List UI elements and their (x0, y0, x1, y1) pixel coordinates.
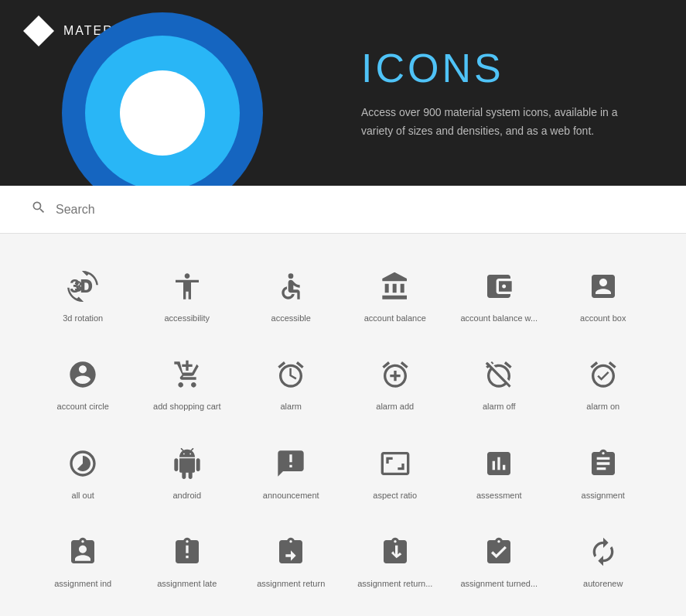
accessible-icon (272, 268, 309, 305)
all-out-icon (64, 445, 101, 482)
icon-label: all out (72, 490, 94, 501)
search-input[interactable] (56, 203, 288, 217)
account-circle-icon (64, 356, 101, 393)
icon-android[interactable]: android (135, 426, 240, 515)
icon-accessibility[interactable]: accessibility (135, 249, 240, 337)
icon-alarm-add[interactable]: alarm add (343, 337, 448, 426)
icon-alarm-on[interactable]: alarm on (551, 337, 656, 426)
icon-label: alarm (280, 401, 302, 412)
assignment-returned-icon (377, 533, 414, 570)
icon-label: assignment return... (357, 578, 432, 589)
assignment-icon (585, 445, 622, 482)
icon-label: assignment (582, 490, 625, 501)
icon-assignment-turned[interactable]: assignment turned... (447, 515, 551, 603)
account-box-icon (585, 268, 622, 305)
alarm-off-icon (480, 356, 517, 393)
3d-rotation-icon: 3D (64, 268, 101, 305)
announcement-icon (272, 445, 309, 482)
icon-label: 3d rotation (63, 313, 103, 323)
icon-account-circle[interactable]: account circle (31, 337, 135, 426)
icon-label: assignment late (157, 578, 217, 589)
alarm-icon (272, 356, 309, 393)
icon-label: account box (580, 313, 626, 323)
assessment-icon (480, 445, 517, 482)
alarm-add-icon (377, 356, 414, 393)
icon-label: assignment return (257, 578, 325, 589)
icon-assignment-ind[interactable]: assignment ind (31, 515, 135, 603)
icon-label: alarm on (586, 401, 619, 412)
icon-label: account balance w... (460, 313, 538, 323)
logo-diamond-icon (23, 15, 54, 46)
hero-title: ICONS (361, 45, 640, 91)
accessibility-icon (169, 268, 206, 305)
icon-label: assessment (476, 490, 522, 501)
icon-assignment-return-d[interactable]: assignment return... (343, 515, 448, 603)
icon-label: assignment turned... (460, 578, 538, 589)
icon-label: alarm add (376, 401, 414, 412)
search-icon (31, 200, 46, 219)
account-balance-icon (377, 268, 414, 305)
icons-grid: 3D 3d rotation accessibility accessible … (0, 234, 686, 616)
aspect-ratio-icon (377, 445, 414, 482)
icon-account-box[interactable]: account box (551, 249, 656, 337)
icon-all-out[interactable]: all out (31, 426, 135, 515)
icon-label: accessibility (164, 313, 210, 323)
icon-label: account circle (57, 401, 109, 412)
icon-label: announcement (263, 490, 319, 501)
search-bar (0, 186, 686, 234)
icon-alarm[interactable]: alarm (239, 337, 343, 426)
icon-label: aspect ratio (373, 490, 417, 501)
icon-account-balance[interactable]: account balance (343, 249, 448, 337)
svg-point-1 (288, 273, 294, 279)
hero-description: Access over 900 material system icons, a… (361, 104, 640, 141)
icon-assessment[interactable]: assessment (447, 426, 551, 515)
icon-label: alarm off (483, 401, 516, 412)
header: MATERIAL DESIGN ICONS Access over 900 ma… (0, 0, 686, 186)
icon-account-balance-wallet[interactable]: account balance w... (447, 249, 551, 337)
assignment-return-icon (272, 533, 309, 570)
assignment-ind-icon (64, 533, 101, 570)
icon-alarm-off[interactable]: alarm off (447, 337, 551, 426)
icon-announcement[interactable]: announcement (239, 426, 343, 515)
add-shopping-cart-icon (169, 356, 206, 393)
autorenew-icon (585, 533, 622, 570)
icon-add-shopping-cart[interactable]: add shopping cart (135, 337, 240, 426)
assignment-late-icon (169, 533, 206, 570)
icon-3d-rotation[interactable]: 3D 3d rotation (31, 249, 135, 337)
icon-autorenew[interactable]: autorenew (551, 515, 656, 603)
assignment-turned-icon (480, 533, 517, 570)
hero-text-block: ICONS Access over 900 material system ic… (361, 45, 640, 141)
icon-label: add shopping cart (153, 401, 220, 412)
icon-aspect-ratio[interactable]: aspect ratio (343, 426, 448, 515)
android-icon (169, 445, 206, 482)
icon-assignment-return[interactable]: assignment return (239, 515, 343, 603)
icon-label: autorenew (583, 578, 623, 589)
hero-illustration (62, 12, 263, 186)
icon-label: account balance (364, 313, 426, 323)
alarm-on-icon (585, 356, 622, 393)
icon-accessible[interactable]: accessible (239, 249, 343, 337)
icon-assignment[interactable]: assignment (551, 426, 656, 515)
icon-label: assignment ind (54, 578, 111, 589)
icon-label: android (172, 490, 201, 501)
icon-label: accessible (271, 313, 311, 323)
icon-assignment-late[interactable]: assignment late (135, 515, 240, 603)
account-balance-wallet-icon (480, 268, 517, 305)
